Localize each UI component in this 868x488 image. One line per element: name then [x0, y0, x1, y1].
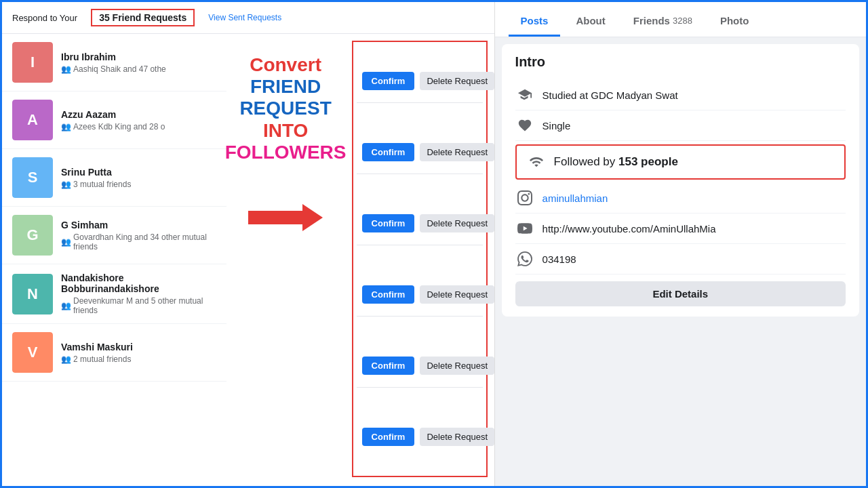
delete-request-button[interactable]: Delete Request [420, 72, 494, 90]
confirm-button[interactable]: Confirm [362, 143, 415, 161]
youtube-icon [515, 219, 534, 238]
graduation-icon [515, 85, 534, 104]
action-row: ConfirmDelete Request [357, 415, 483, 458]
action-row: ConfirmDelete Request [357, 273, 483, 317]
friend-mutual: 👥Azees Kdb King and 28 o [61, 122, 216, 131]
convert-text: Convert FRIEND REQUEST INTO FOLLOWERS [225, 54, 347, 163]
friend-item: IIbru Ibrahim👥Aashiq Shaik and 47 othe [2, 34, 226, 92]
action-row: ConfirmDelete Request [357, 60, 483, 103]
tab-posts[interactable]: Posts [509, 7, 561, 37]
friend-mutual: 👥Deevenkumar M and 5 other mutual friend… [61, 296, 216, 315]
studied-text: Studied at GDC Madyan Swat [542, 89, 678, 101]
delete-request-button[interactable]: Delete Request [420, 285, 494, 304]
intro-youtube: http://www.youtube.com/AminUllahMia [515, 214, 846, 244]
youtube-text: http://www.youtube.com/AminUllahMia [542, 223, 716, 235]
arrow-container [248, 204, 323, 234]
confirm-button[interactable]: Confirm [362, 72, 415, 90]
profile-nav: Posts About Friends 3288 Photo [495, 2, 866, 37]
delete-request-button[interactable]: Delete Request [420, 428, 494, 446]
mutual-friends-icon: 👥 [61, 237, 71, 247]
action-row: ConfirmDelete Request [357, 131, 483, 174]
mutual-friends-icon: 👥 [61, 301, 71, 310]
friend-item: AAzzu Aazam👥Azees Kdb King and 28 o [2, 92, 226, 149]
instagram-text[interactable]: aminullahmian [542, 192, 608, 204]
friend-name: Srinu Putta [61, 167, 216, 178]
friend-list: IIbru Ibrahim👥Aashiq Shaik and 47 otheAA… [2, 34, 226, 484]
respond-label: Respond to Your [12, 13, 77, 23]
friend-item: SSrinu Putta👥3 mutual friends [2, 149, 226, 207]
friend-name: Vamshi Maskuri [61, 342, 216, 352]
action-row: ConfirmDelete Request [357, 202, 483, 245]
convert-line2: FRIEND [225, 76, 347, 98]
intro-section: Intro Studied at GDC Madyan Swat Single [502, 44, 859, 317]
action-row: ConfirmDelete Request [357, 344, 483, 388]
delete-request-button[interactable]: Delete Request [420, 214, 494, 232]
convert-line3: REQUEST [225, 98, 347, 119]
action-panel: ConfirmDelete RequestConfirmDelete Reque… [352, 41, 488, 477]
friend-avatar: G [12, 215, 53, 256]
followers-icon [527, 152, 546, 171]
friend-mutual: 👥2 mutual friends [61, 354, 216, 364]
confirm-button[interactable]: Confirm [362, 357, 415, 375]
friend-name: Ibru Ibrahim [61, 52, 216, 62]
intro-phone: 034198 [515, 244, 846, 274]
tab-photos[interactable]: Photo [708, 7, 762, 37]
phone-text: 034198 [542, 253, 576, 265]
right-panel: Posts About Friends 3288 Photo Intro Stu… [495, 2, 866, 486]
friend-item: GG Simham👥Govardhan King and 34 other mu… [2, 207, 226, 264]
friend-mutual: 👥3 mutual friends [61, 180, 216, 189]
edit-details-button[interactable]: Edit Details [515, 281, 846, 306]
convert-line5: FOLLOWERS [225, 142, 347, 163]
friend-avatar: V [12, 332, 53, 373]
convert-line1: Convert [225, 54, 347, 76]
whatsapp-icon [515, 249, 534, 268]
center-decoration: Convert FRIEND REQUEST INTO FOLLOWERS [226, 34, 345, 484]
mutual-friends-icon: 👥 [61, 64, 71, 74]
intro-followed: Followed by 153 people [515, 144, 846, 180]
friend-name: G Simham [61, 220, 216, 230]
content-area: IIbru Ibrahim👥Aashiq Shaik and 47 otheAA… [2, 34, 494, 484]
friend-avatar: N [12, 274, 53, 314]
requests-count: 35 Friend Requests [91, 9, 195, 26]
mutual-friends-icon: 👥 [61, 354, 71, 364]
friend-mutual: 👥Aashiq Shaik and 47 othe [61, 64, 216, 74]
heart-icon [515, 116, 534, 135]
friend-item: NNandakishore Bobburinandakishore👥Deeven… [2, 264, 226, 324]
friend-name: Azzu Aazam [61, 109, 216, 120]
main-container: Respond to Your 35 Friend Requests View … [2, 2, 866, 486]
friend-name: Nandakishore Bobburinandakishore [61, 272, 216, 294]
header-bar: Respond to Your 35 Friend Requests View … [2, 2, 494, 34]
convert-line4: INTO [225, 120, 347, 142]
friend-avatar: I [12, 42, 53, 83]
intro-title: Intro [515, 54, 846, 70]
single-text: Single [542, 120, 571, 131]
view-sent-link[interactable]: View Sent Requests [208, 13, 281, 22]
friend-item: VVamshi Maskuri👥2 mutual friends [2, 324, 226, 382]
friend-avatar: S [12, 157, 53, 198]
confirm-button[interactable]: Confirm [362, 285, 415, 304]
mutual-friends-icon: 👥 [61, 122, 71, 131]
friend-mutual: 👥Govardhan King and 34 other mutual frie… [61, 232, 216, 251]
intro-instagram: aminullahmian [515, 183, 846, 214]
followed-text: Followed by 153 people [554, 155, 678, 169]
mutual-friends-icon: 👥 [61, 180, 71, 189]
friends-count: 3288 [673, 16, 692, 26]
left-panel: Respond to Your 35 Friend Requests View … [2, 2, 495, 486]
intro-single: Single [515, 110, 846, 141]
intro-studied: Studied at GDC Madyan Swat [515, 80, 846, 110]
instagram-icon [515, 188, 534, 207]
friend-avatar: A [12, 100, 53, 140]
tab-friends[interactable]: Friends 3288 [621, 7, 705, 37]
tab-about[interactable]: About [564, 7, 617, 37]
confirm-button[interactable]: Confirm [362, 214, 415, 232]
svg-marker-0 [248, 204, 323, 231]
delete-request-button[interactable]: Delete Request [420, 143, 494, 161]
delete-request-button[interactable]: Delete Request [420, 357, 494, 375]
confirm-button[interactable]: Confirm [362, 428, 415, 446]
